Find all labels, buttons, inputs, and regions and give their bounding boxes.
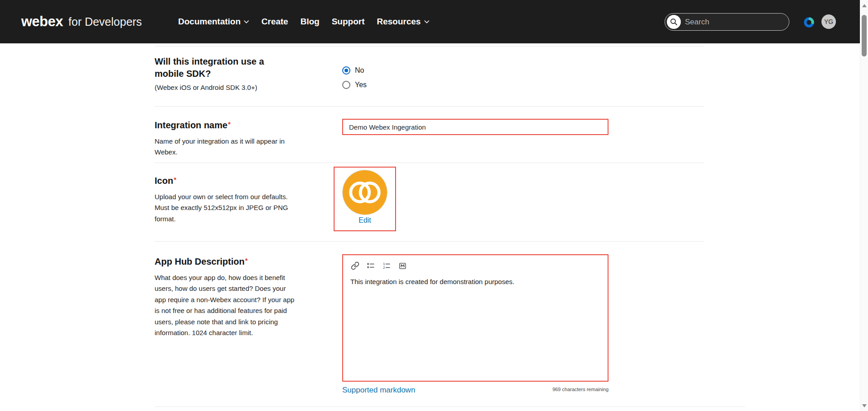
app-hub-description-title: App Hub Description* bbox=[155, 256, 342, 268]
section-divider bbox=[155, 406, 745, 407]
search-box[interactable] bbox=[665, 13, 789, 31]
top-nav-bar: webex for Developers Documentation Creat… bbox=[0, 0, 860, 43]
radio-option-no[interactable]: No bbox=[342, 66, 704, 75]
chevron-down-icon bbox=[424, 20, 429, 23]
link-icon[interactable] bbox=[350, 261, 359, 270]
icon-upload-box[interactable]: Edit bbox=[334, 167, 396, 231]
webex-logo[interactable]: webex for Developers bbox=[21, 0, 142, 43]
icon-description: Upload your own or select from our defau… bbox=[155, 191, 292, 224]
section-integration-name: Integration name* Name of your integrati… bbox=[155, 107, 704, 163]
integration-name-title: Integration name* bbox=[155, 119, 342, 131]
description-textarea[interactable]: 12 This integration is created for demon… bbox=[342, 254, 609, 382]
user-avatar[interactable]: YG bbox=[821, 14, 836, 29]
logo-brand: webex bbox=[21, 14, 63, 30]
scrollbar-down-arrow[interactable] bbox=[862, 404, 867, 407]
nav-create[interactable]: Create bbox=[261, 17, 288, 27]
integration-name-input[interactable] bbox=[342, 119, 609, 135]
search-icon[interactable] bbox=[667, 15, 681, 29]
scrollbar-up-arrow[interactable] bbox=[862, 4, 867, 7]
section-app-hub-description: App Hub Description* What does your app … bbox=[155, 242, 704, 406]
integration-name-description: Name of your integration as it will appe… bbox=[155, 136, 297, 158]
radio-selected-icon[interactable] bbox=[342, 66, 350, 75]
chevron-down-icon bbox=[244, 20, 249, 23]
required-asterisk: * bbox=[228, 120, 231, 128]
bullet-list-icon[interactable] bbox=[366, 261, 375, 270]
required-asterisk: * bbox=[174, 176, 176, 183]
required-asterisk: * bbox=[245, 257, 248, 264]
nav-blog[interactable]: Blog bbox=[300, 17, 319, 27]
nav-documentation[interactable]: Documentation bbox=[178, 17, 249, 27]
page: webex for Developers Documentation Creat… bbox=[0, 0, 868, 411]
vertical-scrollbar[interactable] bbox=[860, 0, 868, 411]
section-mobile-sdk: Will this integration use a mobile SDK? … bbox=[155, 47, 704, 107]
mobile-sdk-subtitle: (Webex iOS or Android SDK 3.0+) bbox=[155, 84, 342, 91]
radio-label: Yes bbox=[355, 81, 367, 89]
logo-suffix: for Developers bbox=[68, 15, 142, 28]
numbered-list-icon[interactable]: 12 bbox=[382, 261, 391, 270]
icon-edit-link[interactable]: Edit bbox=[359, 216, 371, 224]
radio-label: No bbox=[355, 66, 364, 75]
main-nav: Documentation Create Blog Support Resour… bbox=[178, 0, 429, 43]
section-icon: Icon* Upload your own or select from our… bbox=[155, 163, 704, 242]
radio-unselected-icon[interactable] bbox=[342, 81, 350, 89]
svg-text:2: 2 bbox=[383, 266, 385, 270]
app-hub-description-help: What does your app do, how does it benef… bbox=[155, 272, 297, 339]
scrollbar-thumb[interactable] bbox=[862, 15, 867, 56]
description-text: This integration is created for demonstr… bbox=[350, 277, 600, 287]
nav-resources[interactable]: Resources bbox=[377, 17, 429, 27]
integration-rings-icon bbox=[342, 170, 387, 215]
supported-markdown-link[interactable]: Supported markdown bbox=[342, 386, 415, 395]
theme-toggle-icon[interactable] bbox=[803, 16, 815, 28]
radio-option-yes[interactable]: Yes bbox=[342, 81, 704, 89]
search-input[interactable] bbox=[685, 18, 775, 27]
nav-support[interactable]: Support bbox=[332, 17, 365, 27]
form-content: Will this integration use a mobile SDK? … bbox=[155, 43, 704, 406]
characters-remaining: 969 characters remaining bbox=[552, 387, 609, 392]
markdown-icon[interactable] bbox=[398, 261, 407, 270]
mobile-sdk-title: Will this integration use a mobile SDK? bbox=[155, 56, 286, 80]
section-divider bbox=[155, 43, 704, 47]
icon-title: Icon* bbox=[155, 175, 342, 187]
markdown-toolbar: 12 bbox=[350, 261, 600, 270]
